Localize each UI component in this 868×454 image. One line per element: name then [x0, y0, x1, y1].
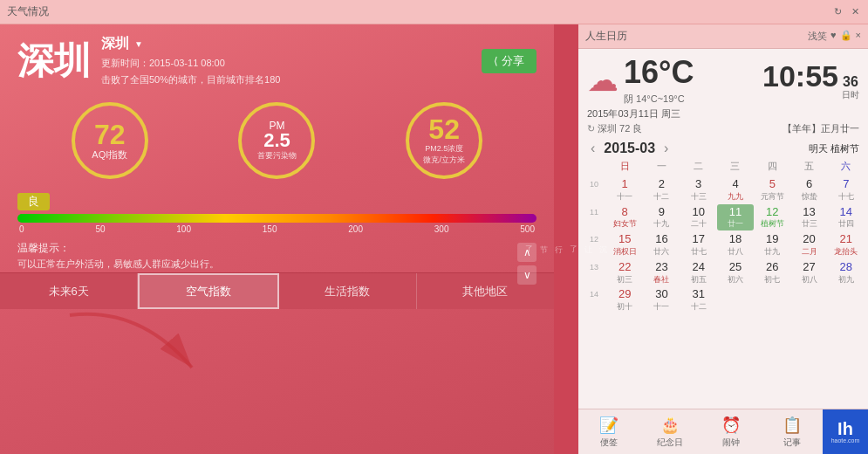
anniversary-icon: 🎂: [660, 416, 680, 435]
time-display: 10:55: [762, 59, 838, 93]
settings-icon[interactable]: 浅笑: [808, 30, 827, 43]
cloud-icon: ☁: [587, 62, 619, 99]
cal-day-empty: [754, 286, 790, 313]
week-num: 11: [582, 204, 606, 231]
cal-day[interactable]: 17廿七: [680, 231, 717, 258]
calendar-panel: 人生日历 浅笑 ♥ 🔒 × ☁ 16°C 阴 14°C~19°C 10:55: [578, 24, 868, 454]
week-row-11: 11 8妇女节 9十九 10二十 11廿一 12植树节 13廿三 14廿四: [582, 204, 865, 231]
fri-header: 五: [790, 158, 827, 175]
refresh-icon[interactable]: ↻: [831, 6, 844, 18]
cal-day[interactable]: 4九九: [717, 176, 754, 203]
tab-air-index[interactable]: 空气指数: [138, 273, 278, 309]
temp-range: 阴 14°C~19°C: [624, 93, 694, 106]
cal-day[interactable]: 24初五: [680, 259, 717, 286]
cal-day[interactable]: 12植树节: [754, 204, 790, 231]
close-icon[interactable]: ✕: [849, 6, 861, 18]
week-header: [582, 158, 606, 175]
cal-day[interactable]: 29初十: [606, 286, 643, 313]
update-time: 更新时间：2015-03-11 08:00: [101, 57, 280, 70]
cal-day[interactable]: 7十七: [828, 176, 865, 203]
week-row-10: 10 1十一 2十二 3十三 4九九 5元宵节 6惊蛰 7十七: [582, 176, 865, 203]
cal-day-empty: [828, 286, 865, 313]
right-top-bar: 人生日历 浅笑 ♥ 🔒 ×: [578, 24, 868, 49]
cal-day[interactable]: 16廿六: [643, 231, 680, 258]
cal-month-label: 2015-03: [604, 141, 655, 156]
expand-button[interactable]: ∨: [517, 265, 537, 285]
cal-day[interactable]: 8妇女节: [606, 204, 643, 231]
cal-day[interactable]: 26初七: [754, 259, 790, 286]
quality-bar-section: 良 0 50 100 150 200 300 500: [0, 188, 554, 237]
cal-day[interactable]: 28初九: [828, 259, 865, 286]
cal-day[interactable]: 25初六: [717, 259, 754, 286]
temp-info: 16°C 阴 14°C~19°C: [624, 54, 694, 106]
cal-day[interactable]: 30十一: [643, 286, 680, 313]
defeat-text: 击败了全国50%的城市，目前城市排名180: [101, 73, 280, 86]
time-info: 10:55 36 日时: [762, 59, 859, 101]
cal-day[interactable]: 21龙抬头: [828, 231, 865, 258]
cal-day[interactable]: 13廿三: [790, 204, 827, 231]
time-day-label: 日时: [842, 89, 859, 101]
right-top-icons: 浅笑 ♥ 🔒 ×: [808, 30, 861, 43]
cal-day[interactable]: 3十三: [680, 176, 717, 203]
week-row-14: 14 29初十 30十一 31十二: [582, 286, 865, 313]
top-bar: 天气情况 ↻ ✕: [0, 0, 868, 24]
cal-bottom-note[interactable]: 📝 便签: [578, 416, 639, 449]
close-right-icon[interactable]: ×: [856, 30, 861, 43]
weather-header: 深圳 深圳 ▼ 更新时间：2015-03-11 08:00 击败了全国50%的城…: [0, 24, 554, 93]
top-bar-icons: ↻ ✕: [831, 6, 861, 18]
anniversary-label: 纪念日: [657, 437, 683, 449]
color-bar: [17, 214, 537, 223]
cal-day[interactable]: 20二月: [790, 231, 827, 258]
cal-day[interactable]: 19廿九: [754, 231, 790, 258]
lock-icon[interactable]: 🔒: [840, 30, 852, 43]
heart-icon[interactable]: ♥: [830, 30, 837, 43]
memo-label: 记事: [783, 437, 801, 449]
cal-bottom-alarm[interactable]: ⏰ 闹钟: [701, 416, 762, 449]
haote-logo[interactable]: Ih haote.com: [823, 409, 868, 455]
tips-title: 温馨提示：: [17, 241, 537, 256]
next-event: 明天 植树节: [809, 142, 859, 155]
week-row-13: 13 22初三 23春社 24初五 25初六 26初七 27初八 28初九: [582, 259, 865, 286]
cal-day[interactable]: 31十二: [680, 286, 717, 313]
cal-bottom-anniversary[interactable]: 🎂 纪念日: [639, 416, 701, 449]
cal-day[interactable]: 22初三: [606, 259, 643, 286]
city-info: 深圳 ▼ 更新时间：2015-03-11 08:00 击败了全国50%的城市，目…: [101, 35, 280, 86]
app-container: 天气情况 ↻ ✕ 深圳 深圳 ▼ 更新时间：2015-03-11 08:00 击…: [0, 0, 868, 454]
date-info: 2015年03月11日 周三: [587, 108, 680, 119]
cal-day[interactable]: 2十二: [643, 176, 680, 203]
tab-life-index[interactable]: 生活指数: [279, 273, 417, 309]
cal-day[interactable]: 18廿八: [717, 231, 754, 258]
haote-h-text: Ih: [837, 420, 853, 437]
cal-day[interactable]: 27初八: [790, 259, 827, 286]
cal-prev-button[interactable]: ‹: [587, 141, 598, 156]
collapse-button[interactable]: ∧: [517, 243, 537, 262]
cal-bottom-bar: 📝 便签 🎂 纪念日 ⏰ 闹钟 📋 记事 Ih haote.com: [578, 409, 868, 454]
dropdown-arrow-icon[interactable]: ▼: [134, 39, 143, 49]
cal-day[interactable]: 10二十: [680, 204, 717, 231]
cal-day[interactable]: 15消权日: [606, 231, 643, 258]
pm-circle: PM 2.5 首要污染物: [238, 102, 315, 179]
cal-day[interactable]: 23春社: [643, 259, 680, 286]
cal-day[interactable]: 9十九: [643, 204, 680, 231]
aqi-number: 72: [94, 120, 126, 148]
share-button[interactable]: ⟨ 分享: [482, 49, 537, 73]
cal-day[interactable]: 5元宵节: [754, 176, 790, 203]
tips-content: 可以正常在户外活动，易敏感人群应减少出行。: [17, 258, 537, 271]
cal-next-button[interactable]: ›: [660, 141, 672, 156]
pm-number: 2.5: [263, 131, 290, 150]
city-label: 深圳: [101, 35, 129, 53]
week-num: 10: [582, 176, 606, 203]
cal-bottom-memo[interactable]: 📋 记事: [762, 416, 823, 449]
cal-day[interactable]: 6惊蛰: [790, 176, 827, 203]
pm-sublabel: 首要污染物: [257, 150, 297, 162]
cal-day[interactable]: 14廿四: [828, 204, 865, 231]
bottom-tabs: 未来6天 空气指数 生活指数 其他地区: [0, 272, 554, 309]
tab-future6days[interactable]: 未来6天: [0, 273, 138, 309]
cal-day[interactable]: 1十一: [606, 176, 643, 203]
memo-icon: 📋: [783, 416, 802, 435]
calendar-title: 人生日历: [585, 29, 803, 44]
big-arrow-watermark: [52, 298, 227, 406]
mon-header: 一: [643, 158, 680, 175]
temp-large: 16°C: [624, 54, 694, 91]
cal-day-today[interactable]: 11廿一: [717, 204, 754, 231]
